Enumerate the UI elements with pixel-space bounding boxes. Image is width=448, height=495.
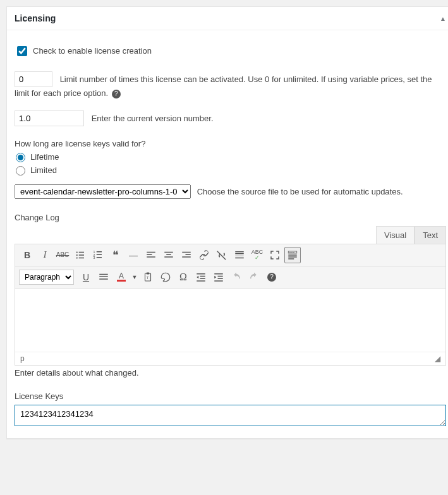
svg-rect-45 xyxy=(214,280,223,282)
svg-rect-3 xyxy=(79,254,84,256)
svg-rect-1 xyxy=(79,251,84,253)
validity-limited-radio[interactable] xyxy=(16,166,25,176)
validity-lifetime-radio[interactable] xyxy=(16,153,25,162)
enable-license-label[interactable]: Check to enable license creation xyxy=(15,44,152,58)
svg-rect-22 xyxy=(235,253,244,254)
svg-point-4 xyxy=(76,257,78,258)
collapse-toggle-icon[interactable]: ▲ xyxy=(440,15,446,22)
svg-rect-20 xyxy=(182,256,191,258)
svg-rect-5 xyxy=(79,257,84,258)
activation-limit-label: Limit number of times this license can b… xyxy=(15,75,432,98)
unlink-icon[interactable] xyxy=(214,247,230,263)
resize-handle-icon[interactable]: ◢ xyxy=(435,354,440,363)
tab-visual[interactable]: Visual xyxy=(376,226,415,244)
svg-rect-21 xyxy=(235,251,244,253)
svg-rect-26 xyxy=(289,252,291,253)
underline-icon[interactable]: U xyxy=(78,269,94,285)
svg-rect-7 xyxy=(97,251,102,253)
changelog-heading: Change Log xyxy=(15,213,446,222)
svg-rect-18 xyxy=(182,251,191,253)
svg-rect-31 xyxy=(288,258,294,259)
panel-header[interactable]: Licensing ▲ xyxy=(7,7,448,30)
svg-rect-41 xyxy=(197,280,205,282)
text-color-dropdown-icon[interactable]: ▼ xyxy=(131,269,138,285)
enable-license-text: Check to enable license creation xyxy=(33,45,152,57)
editor-help-icon[interactable]: ? xyxy=(263,269,280,285)
svg-rect-15 xyxy=(164,251,173,253)
license-keys-input[interactable] xyxy=(15,405,446,426)
redo-icon[interactable] xyxy=(246,269,262,285)
svg-rect-24 xyxy=(235,257,244,258)
svg-rect-36 xyxy=(147,272,150,274)
validity-question: How long are license keys valid for? xyxy=(15,138,446,150)
numbered-list-icon[interactable]: 123 xyxy=(90,247,106,263)
clear-format-icon[interactable] xyxy=(157,269,174,285)
svg-rect-34 xyxy=(99,278,108,280)
version-input[interactable] xyxy=(15,110,84,126)
svg-rect-13 xyxy=(147,254,152,255)
editor-tabs: Visual Text xyxy=(15,226,446,244)
svg-rect-43 xyxy=(218,275,223,277)
editor-path: p xyxy=(20,354,25,363)
svg-rect-32 xyxy=(99,273,108,275)
enable-license-checkbox[interactable] xyxy=(17,46,27,56)
toolbar-toggle-icon[interactable] xyxy=(284,247,301,263)
italic-icon[interactable]: I xyxy=(37,247,53,263)
panel-body: Check to enable license creation Limit n… xyxy=(7,30,448,438)
changelog-textarea[interactable] xyxy=(15,289,445,352)
indent-icon[interactable] xyxy=(210,269,227,285)
special-char-icon[interactable]: Ω xyxy=(175,269,191,285)
svg-rect-12 xyxy=(147,251,155,253)
link-icon[interactable] xyxy=(196,247,212,263)
outdent-icon[interactable] xyxy=(193,269,209,285)
changelog-editor: B I ABC 123 ❝ — ABC✓ Paragraph U xyxy=(15,244,446,366)
source-file-label: Choose the source file to be used for au… xyxy=(197,187,403,196)
svg-text:T: T xyxy=(147,276,149,280)
undo-icon[interactable] xyxy=(228,269,245,285)
paragraph-select[interactable]: Paragraph xyxy=(19,270,74,285)
svg-point-0 xyxy=(76,251,78,253)
svg-rect-40 xyxy=(200,278,205,279)
text-color-icon[interactable]: A xyxy=(113,269,130,285)
licensing-panel: Licensing ▲ Check to enable license crea… xyxy=(6,6,448,439)
tab-text[interactable]: Text xyxy=(415,226,446,244)
license-keys-heading: License Keys xyxy=(15,391,446,401)
svg-rect-30 xyxy=(288,256,297,258)
readmore-icon[interactable] xyxy=(231,247,248,263)
panel-title: Licensing xyxy=(15,13,56,23)
changelog-help: Enter details about what changed. xyxy=(15,368,446,378)
version-label: Enter the current version number. xyxy=(92,114,214,123)
horizontal-rule-icon[interactable]: — xyxy=(125,247,142,263)
svg-rect-23 xyxy=(235,255,244,256)
bullet-list-icon[interactable] xyxy=(72,247,88,263)
svg-rect-9 xyxy=(97,254,102,255)
svg-point-2 xyxy=(76,254,78,255)
validity-limited-label[interactable]: Limited xyxy=(15,165,446,177)
validity-radio-group: Lifetime Limited xyxy=(15,152,446,177)
validity-lifetime-label[interactable]: Lifetime xyxy=(15,152,446,164)
svg-rect-29 xyxy=(288,254,297,256)
svg-rect-38 xyxy=(197,273,205,275)
svg-rect-42 xyxy=(214,273,223,275)
editor-toolbar-row1: B I ABC 123 ❝ — ABC✓ xyxy=(15,244,445,266)
spellcheck-icon[interactable]: ABC✓ xyxy=(249,247,265,263)
paste-text-icon[interactable]: T xyxy=(140,269,156,285)
align-center-icon[interactable] xyxy=(160,247,177,263)
svg-rect-17 xyxy=(164,256,173,258)
fullscreen-icon[interactable] xyxy=(267,247,283,263)
justify-icon[interactable] xyxy=(95,269,112,285)
svg-rect-11 xyxy=(97,257,102,258)
help-icon[interactable]: ? xyxy=(112,90,121,98)
svg-rect-27 xyxy=(291,252,293,253)
align-left-icon[interactable] xyxy=(143,247,159,263)
svg-rect-28 xyxy=(293,252,294,253)
blockquote-icon[interactable]: ❝ xyxy=(107,247,124,263)
align-right-icon[interactable] xyxy=(178,247,195,263)
strikethrough-icon[interactable]: ABC xyxy=(54,247,71,263)
source-file-select[interactable]: event-calendar-newsletter-pro-columns-1-… xyxy=(15,184,191,199)
bold-icon[interactable]: B xyxy=(19,247,35,263)
svg-rect-39 xyxy=(200,275,205,277)
svg-rect-14 xyxy=(147,256,155,258)
svg-rect-19 xyxy=(186,254,191,255)
activation-limit-input[interactable] xyxy=(15,71,52,87)
